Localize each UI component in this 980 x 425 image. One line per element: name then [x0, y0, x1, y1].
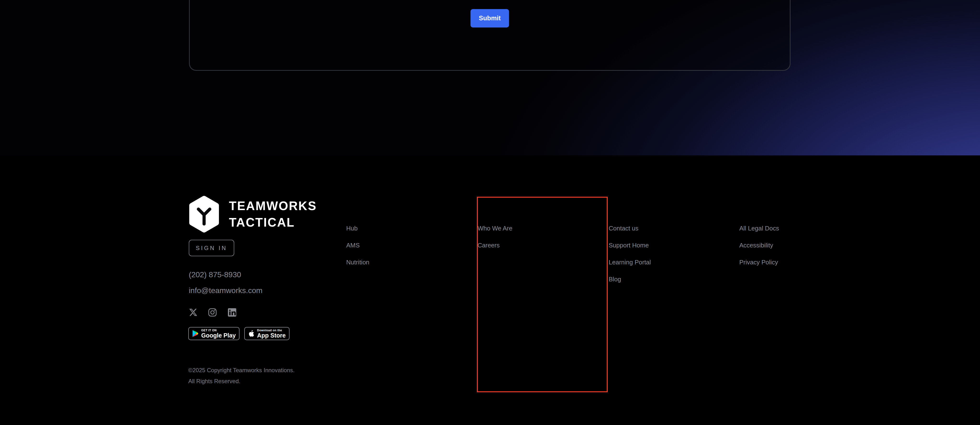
google-play-badge-top-text: GET IT ON: [201, 329, 235, 332]
nav-link-careers[interactable]: Careers: [477, 242, 512, 248]
hexagon-y-logo-icon: [188, 195, 220, 233]
footer-nav-legal: All Legal Docs Accessibility Privacy Pol…: [739, 225, 779, 276]
linkedin-icon: [228, 308, 237, 317]
nav-link-all-legal-docs[interactable]: All Legal Docs: [739, 225, 779, 232]
nav-link-learning-portal[interactable]: Learning Portal: [609, 259, 651, 265]
copyright-line-2: All Rights Reserved.: [188, 376, 294, 387]
footer-nav-products: Hub AMS Nutrition: [346, 225, 369, 276]
google-play-icon: [192, 330, 199, 337]
logo-line-2: TACTICAL: [229, 214, 317, 231]
social-links: [189, 308, 237, 317]
nav-link-ams[interactable]: AMS: [346, 242, 369, 248]
logo-line-1: TEAMWORKS: [229, 198, 317, 214]
apple-icon: [248, 330, 255, 337]
nav-link-accessibility[interactable]: Accessibility: [739, 242, 779, 248]
nav-link-support-home[interactable]: Support Home: [609, 242, 651, 248]
nav-link-privacy-policy[interactable]: Privacy Policy: [739, 259, 779, 265]
sign-in-button[interactable]: SIGN IN: [189, 240, 234, 256]
nav-link-hub[interactable]: Hub: [346, 225, 369, 232]
footer-nav-company: Who We Are Careers: [477, 225, 512, 259]
google-play-badge-main-text: Google Play: [201, 332, 235, 339]
instagram-icon: [208, 308, 217, 317]
footer-logo[interactable]: TEAMWORKS TACTICAL: [188, 195, 317, 233]
submit-button[interactable]: Submit: [471, 9, 509, 27]
app-store-badge-main-text: App Store: [257, 332, 285, 339]
email-link[interactable]: info@teamworks.com: [189, 286, 262, 295]
linkedin-social-link[interactable]: [228, 308, 237, 317]
nav-link-blog[interactable]: Blog: [609, 276, 651, 282]
app-store-badge[interactable]: Download on the App Store: [244, 327, 289, 340]
page: Submit TEAMWORKS TACTICAL SIGN IN (202) …: [0, 0, 980, 425]
nav-link-contact-us[interactable]: Contact us: [609, 225, 651, 232]
form-card: Submit: [189, 0, 791, 71]
footer: TEAMWORKS TACTICAL SIGN IN (202) 875-893…: [0, 155, 980, 425]
instagram-social-link[interactable]: [208, 308, 217, 317]
phone-link[interactable]: (202) 875-8930: [189, 270, 241, 279]
nav-link-nutrition[interactable]: Nutrition: [346, 259, 369, 265]
logo-wordmark: TEAMWORKS TACTICAL: [229, 198, 317, 231]
google-play-badge[interactable]: GET IT ON Google Play: [188, 327, 240, 340]
nav-link-who-we-are[interactable]: Who We Are: [477, 225, 512, 232]
footer-nav-support: Contact us Support Home Learning Portal …: [609, 225, 651, 293]
app-store-badge-top-text: Download on the: [257, 329, 285, 332]
copyright-text: ©2025 Copyright Teamworks Innovations. A…: [188, 365, 294, 387]
copyright-line-1: ©2025 Copyright Teamworks Innovations.: [188, 365, 294, 376]
x-social-link[interactable]: [189, 308, 197, 317]
hero-section: Submit: [0, 0, 980, 155]
x-icon: [189, 308, 197, 317]
store-badges: GET IT ON Google Play Download on the Ap…: [188, 327, 290, 340]
